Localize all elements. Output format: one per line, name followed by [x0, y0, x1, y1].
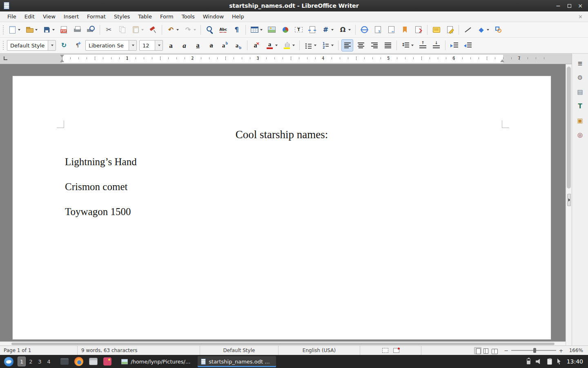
align-right[interactable]	[368, 39, 380, 52]
insert-line[interactable]	[462, 24, 474, 36]
paragraph-style-dropdown[interactable]	[48, 40, 56, 50]
zoom-out-button[interactable]: −	[504, 348, 509, 354]
font-color[interactable]	[264, 39, 279, 52]
unordered-list-dropdown[interactable]	[314, 45, 316, 46]
clear-formatting[interactable]	[250, 39, 262, 52]
bold[interactable]	[165, 39, 177, 52]
find-and-replace[interactable]	[204, 24, 216, 36]
insert-page-break[interactable]	[306, 24, 318, 36]
align-center[interactable]	[355, 39, 367, 52]
subscript[interactable]	[232, 39, 244, 52]
align-justify[interactable]	[382, 39, 394, 52]
volume-icon[interactable]	[536, 359, 542, 364]
update-style[interactable]: ↻	[58, 39, 70, 52]
menu-format[interactable]: Format	[83, 11, 110, 22]
export-pdf[interactable]	[58, 24, 70, 36]
mouse-icon[interactable]	[557, 359, 562, 365]
workspace-4[interactable]: 4	[45, 357, 53, 366]
align-left[interactable]	[341, 39, 353, 52]
insert-comment[interactable]	[430, 24, 442, 36]
menu-form[interactable]: Form	[156, 11, 178, 22]
language-status[interactable]: English (USA)	[278, 346, 360, 355]
firefox-launcher[interactable]	[74, 356, 84, 367]
horizontal-scrollbar[interactable]	[0, 341, 566, 346]
document-page[interactable]: Cool starship names: Lightning’s HandCri…	[12, 76, 551, 340]
right-indent-marker[interactable]	[500, 59, 504, 62]
ordered-list[interactable]	[320, 39, 335, 52]
basic-shapes-dropdown[interactable]	[487, 29, 489, 31]
ordered-list-dropdown[interactable]	[331, 45, 334, 46]
print-preview[interactable]	[85, 24, 97, 36]
doc-paragraph[interactable]: Lightning’s Hand	[65, 156, 137, 168]
menu-window[interactable]: Window	[199, 11, 228, 22]
insert-hyperlink[interactable]	[359, 24, 370, 36]
line-spacing-dropdown[interactable]	[411, 45, 414, 46]
doc-paragraph[interactable]: Crismon comet	[65, 181, 127, 193]
track-changes[interactable]	[444, 24, 456, 36]
ruler[interactable]: 1234567	[0, 54, 572, 64]
menu-file[interactable]: File	[3, 11, 20, 22]
zoom-in-button[interactable]: +	[559, 348, 564, 354]
screenshot-tool-launcher[interactable]	[102, 356, 113, 367]
zoom-level[interactable]: 166%	[567, 348, 588, 353]
spelling[interactable]	[217, 24, 229, 36]
italic[interactable]	[178, 39, 190, 52]
sidebar-settings[interactable]: ≡	[575, 58, 586, 68]
close-button[interactable]: ×	[577, 2, 584, 9]
paste-dropdown[interactable]	[141, 29, 144, 31]
task-button-pictures[interactable]: /home/lynp/Pictures/...	[118, 356, 196, 367]
insert-bookmark[interactable]	[399, 24, 411, 36]
font-size-dropdown[interactable]	[155, 40, 163, 50]
sidebar-hide-handle[interactable]	[567, 194, 571, 206]
decrease-paragraph-spacing[interactable]	[430, 39, 442, 52]
zoom-slider[interactable]	[511, 348, 556, 353]
workspace-3[interactable]: 3	[36, 357, 44, 366]
single-page-view-button[interactable]	[474, 347, 481, 354]
document-modified-icon[interactable]	[393, 348, 399, 353]
document-close-icon[interactable]: ×	[573, 13, 588, 20]
insert-field-dropdown[interactable]	[331, 29, 334, 31]
insert-endnote[interactable]	[385, 24, 397, 36]
new-document-dropdown[interactable]	[18, 29, 20, 31]
page-number-status[interactable]: Page 1 of 1	[0, 346, 78, 355]
redo-dropdown[interactable]	[194, 29, 196, 31]
insert-text-box[interactable]	[293, 24, 305, 36]
menu-help[interactable]: Help	[228, 11, 248, 22]
strikethrough[interactable]	[205, 39, 217, 52]
show-draw-functions[interactable]	[492, 24, 504, 36]
styles-deck[interactable]: T	[575, 101, 586, 111]
unordered-list[interactable]	[303, 39, 318, 52]
save-dropdown[interactable]	[52, 29, 55, 31]
horizontal-scrollbar-thumb[interactable]	[11, 343, 555, 345]
insert-cross-reference[interactable]	[412, 24, 424, 36]
tab-stop-selector-icon[interactable]	[4, 56, 7, 60]
insert-table-dropdown[interactable]	[260, 29, 263, 31]
toolbar-grip[interactable]	[1, 41, 5, 50]
highlighting-color[interactable]	[281, 39, 296, 52]
terminal-launcher[interactable]	[59, 356, 70, 367]
undo-dropdown[interactable]	[176, 29, 179, 31]
multi-page-view-button[interactable]	[482, 347, 490, 354]
new-document[interactable]	[7, 24, 22, 36]
vertical-scrollbar-thumb[interactable]	[567, 67, 571, 188]
open-file-dropdown[interactable]	[35, 29, 38, 31]
font-name-dropdown[interactable]	[129, 40, 136, 50]
undo[interactable]: ↶	[165, 24, 180, 36]
basic-shapes[interactable]: ◆	[475, 24, 491, 36]
battery-icon[interactable]	[527, 359, 530, 364]
increase-paragraph-spacing[interactable]	[417, 39, 429, 52]
word-count-status[interactable]: 9 words, 63 characters	[78, 346, 200, 355]
clock[interactable]: 13:40	[567, 358, 583, 365]
cut[interactable]: ✂	[103, 24, 115, 36]
clone-formatting[interactable]	[147, 24, 159, 36]
selection-mode-icon[interactable]	[382, 348, 388, 353]
font-size[interactable]: 12	[139, 40, 163, 51]
decrease-indent[interactable]	[462, 39, 474, 52]
font-name[interactable]: Liberation Se	[85, 40, 137, 51]
save[interactable]	[41, 24, 56, 36]
increase-indent[interactable]	[448, 39, 460, 52]
insert-image[interactable]	[266, 24, 278, 36]
task-button-writer[interactable]: startship_names.odt ...	[198, 356, 276, 367]
menu-insert[interactable]: Insert	[60, 11, 83, 22]
left-indent-marker[interactable]	[60, 59, 64, 62]
